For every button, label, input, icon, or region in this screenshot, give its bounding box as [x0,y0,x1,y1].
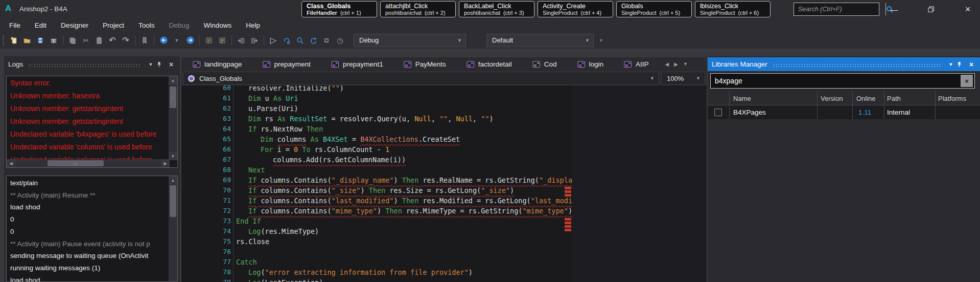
menu-designer[interactable]: Designer [54,21,96,29]
connect-device-icon[interactable] [280,34,293,47]
previous-sub-icon[interactable] [235,34,248,47]
comment-code-icon[interactable] [202,34,216,47]
paste-icon[interactable] [92,34,106,47]
bookmark-tab-6[interactable]: lblsizes_ClickSingleProduct(ctrl + 6) [695,1,771,17]
tab-scroll-left-icon[interactable]: ◀ [665,61,669,67]
toolbar-drag-handle[interactable] [3,35,4,46]
editor-tab-factordetail[interactable]: factordetail [459,57,519,71]
close-icon[interactable]: × [167,60,176,69]
scroll-up-icon[interactable]: ▲ [169,76,177,84]
run-app-icon[interactable]: ▷ [267,34,280,47]
message-log-entry[interactable]: ** Activity (main) Pause event (activity… [10,240,150,248]
navigate-forward-icon[interactable] [183,34,197,47]
panel-menu-button[interactable]: ▼ [946,62,955,67]
scroll-down-icon[interactable]: ▼ [169,152,177,160]
message-log-entry[interactable]: 0 [10,228,14,235]
save-all-icon[interactable] [34,34,47,47]
column-header-platforms[interactable]: Platforms [938,92,966,105]
message-log-entry[interactable]: sending message to waiting queue (OnActi… [10,252,148,259]
sub-selector-dropdown[interactable]: Class_Globals ▼ [183,72,659,85]
bookmark-icon[interactable] [138,34,151,47]
menu-debug[interactable]: Debug [162,21,197,29]
library-checkbox[interactable] [714,109,722,116]
menu-file[interactable]: File [2,21,28,29]
error-marker[interactable] [565,190,571,193]
menu-tools[interactable]: Tools [131,21,162,29]
back-history-dropdown-icon[interactable]: ▼ [170,34,183,47]
bookmark-tab-2[interactable]: attachjlbl_Clickposhtibanichat(ctrl + 2) [380,1,456,17]
error-log-entry[interactable]: Unknown member: getstartingintent [10,117,123,125]
stop-app-icon[interactable] [320,34,333,47]
editor-tab-prepayment1[interactable]: prepayment1 [324,57,390,71]
scroll-right-icon[interactable]: ▶ [161,159,170,167]
minimize-button[interactable]: — [882,0,906,18]
editor-tab-login[interactable]: login [570,57,611,71]
undo-icon[interactable]: ↶ [106,34,119,47]
pin-icon[interactable] [156,61,166,68]
close-icon[interactable]: × [967,60,976,69]
error-marker[interactable] [565,187,571,189]
error-marker[interactable] [565,222,571,224]
column-header-version[interactable]: Version [821,92,843,105]
message-log-entry[interactable]: 0 [10,215,14,223]
message-log-entry[interactable]: load shod [10,276,40,282]
clear-search-icon[interactable]: × [961,75,973,87]
tab-scroll-right-icon[interactable]: ▶ [674,61,678,67]
scroll-thumb[interactable]: ≡ [170,86,176,108]
message-log-entry[interactable]: text/plain [10,179,38,187]
error-marker[interactable] [565,194,571,197]
message-log-entry[interactable]: load shod [10,203,40,211]
editor-zoom-dropdown[interactable]: 100% ▼ [661,72,705,85]
tab-list-icon[interactable]: ▼ [683,61,688,67]
panel-menu-button[interactable]: ▼ [146,62,155,67]
code-editor[interactable]: 60resolver.Initialize("")61Dim u As Uri6… [181,85,572,282]
message-log-entry[interactable]: running waiting messages (1) [10,264,100,272]
error-marker[interactable] [565,218,571,221]
copy-icon[interactable] [66,34,79,47]
editor-tab-landingpage[interactable]: landingpage [185,57,249,71]
bookmark-tab-3[interactable]: BackLabel_Clickposhtibanichat(ctrl + 3) [459,1,534,17]
scroll-left-icon[interactable]: ◀ [7,159,15,167]
global-search-input[interactable] [794,3,885,15]
error-marker[interactable] [565,229,571,231]
library-row[interactable]: B4XPages1.11Internal [708,105,980,119]
open-project-icon[interactable] [20,34,34,47]
editor-tab-prepayment[interactable]: prepayment [255,57,318,71]
error-marker[interactable] [565,225,571,228]
build-configuration-dropdown[interactable]: Debug ▼ [354,34,466,47]
message-log-list[interactable]: text/plain** Activity (main) Resume **lo… [6,176,178,282]
find-device-icon[interactable] [293,34,307,47]
error-log-hscrollbar[interactable]: ◀ ||| ▶ [7,159,170,167]
menu-edit[interactable]: Edit [28,21,54,29]
scroll-up-icon[interactable]: ▲ [169,176,177,184]
redo-icon[interactable]: ↷ [119,34,132,47]
editor-tab-aiip[interactable]: AIIP [617,57,656,71]
error-log-entry[interactable]: Undeclared variable 'columns' is used be… [10,143,152,151]
navigate-back-icon[interactable] [157,34,170,47]
toolbar-overflow-icon[interactable]: ▾ [600,37,602,43]
close-button[interactable]: × [955,0,980,18]
restart-app-icon[interactable] [307,34,320,47]
menu-help[interactable]: Help [239,21,267,29]
library-search-input[interactable] [711,77,961,85]
pin-icon[interactable] [956,61,966,68]
error-log-vscrollbar[interactable]: ▲ ≡ ▼ [169,76,177,160]
scroll-thumb[interactable]: ||| [48,160,104,166]
new-project-icon[interactable] [7,34,20,47]
build-timer-icon[interactable]: ◷ [333,34,346,47]
layout-variant-dropdown[interactable]: Default ▼ [486,34,594,47]
error-log-entry[interactable]: Unknown member: hasextra [10,92,100,100]
column-header-path[interactable]: Path [887,92,901,105]
cut-icon[interactable]: ✂ [79,34,92,47]
error-log-entry[interactable]: Undeclared variable 'b4xpages' is used b… [10,130,156,138]
column-header-online[interactable]: Online [856,92,876,105]
menu-project[interactable]: Project [96,21,131,29]
column-header-name[interactable]: Name [733,92,751,105]
error-log-entry[interactable]: Unknown member: getstartingintent [10,104,123,113]
message-log-entry[interactable]: ** Activity (main) Resume ** [10,191,96,199]
editor-tab-cod[interactable]: Cod [525,57,564,71]
next-sub-icon[interactable] [248,34,261,47]
bookmark-tab-5[interactable]: GlobalsSingleProduct(ctrl + 5) [616,1,692,17]
menu-windows[interactable]: Windows [196,21,239,29]
maximize-button[interactable] [919,0,943,18]
